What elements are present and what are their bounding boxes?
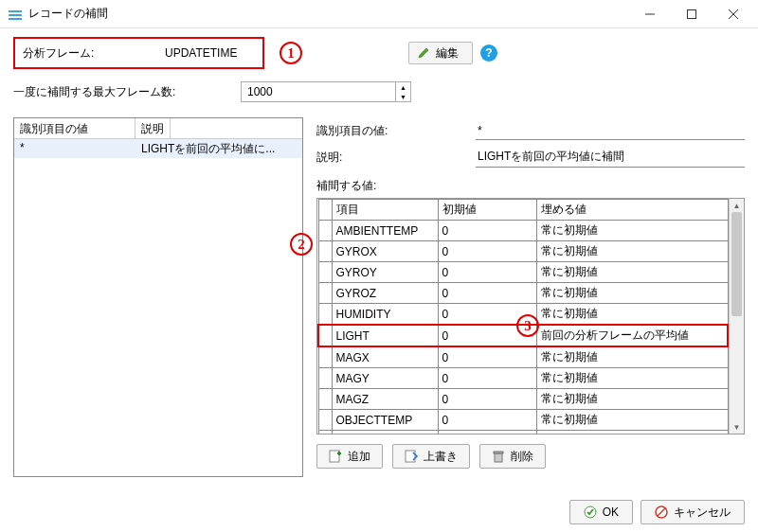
- grid-cell-item[interactable]: LIGHT: [332, 325, 438, 346]
- grid-cell-fill[interactable]: 常に初期値: [536, 262, 728, 283]
- spinner-down[interactable]: ▼: [396, 92, 410, 101]
- row-header[interactable]: [318, 262, 332, 283]
- analysis-frame-box: 分析フレーム: UPDATETIME: [13, 37, 264, 69]
- overwrite-button[interactable]: 上書き: [392, 444, 470, 469]
- spinner-up[interactable]: ▲: [396, 82, 410, 92]
- grid-cell-fill[interactable]: 常に初期値: [536, 346, 728, 368]
- max-frames-label: 一度に補間する最大フレーム数:: [13, 84, 241, 100]
- grid-cell-item[interactable]: GYROX: [332, 241, 438, 262]
- row-header[interactable]: [318, 283, 332, 304]
- cancel-button[interactable]: キャンセル: [641, 500, 745, 524]
- grid-cell-fill[interactable]: 常に初期値: [536, 304, 728, 326]
- rules-header-desc[interactable]: 説明: [135, 118, 171, 138]
- scroll-thumb[interactable]: [731, 212, 742, 316]
- grid-cell-item[interactable]: MAGZ: [332, 389, 438, 410]
- table-row[interactable]: OBJECTTEMP0常に初期値: [318, 410, 728, 431]
- grid-cell-init[interactable]: 0: [438, 346, 536, 368]
- grid-cell-init[interactable]: 0: [438, 262, 536, 283]
- rules-header-key[interactable]: 識別項目の値: [14, 118, 135, 138]
- grid-cell-fill[interactable]: 常に初期値: [536, 221, 728, 241]
- table-row[interactable]: MAGZ0常に初期値: [318, 389, 728, 410]
- row-header[interactable]: [318, 325, 332, 346]
- grid-cell-fill[interactable]: 常に初期値: [536, 283, 728, 304]
- grid-cell-item[interactable]: MAGX: [332, 346, 438, 368]
- grid-cell-item[interactable]: AMBIENTTEMP: [332, 221, 438, 241]
- table-row[interactable]: GYROY0常に初期値: [318, 262, 728, 283]
- rules-list[interactable]: 識別項目の値 説明 * LIGHTを前回の平均値に...: [13, 117, 303, 477]
- row-header[interactable]: [318, 368, 332, 389]
- table-row[interactable]: GYROX0常に初期値: [318, 241, 728, 262]
- grid-cell-fill[interactable]: 前回の分析フレームの平均値: [536, 325, 728, 346]
- grid-cell-item[interactable]: GYROZ: [332, 283, 438, 304]
- svg-rect-4: [688, 9, 696, 18]
- svg-rect-10: [494, 452, 503, 453]
- grid-cell-item[interactable]: OBJECTTEMP: [332, 410, 438, 431]
- minimize-button[interactable]: [629, 0, 671, 28]
- grid-cell-fill[interactable]: 常に初期値: [536, 241, 728, 262]
- edit-button[interactable]: 編集: [408, 42, 473, 64]
- add-button-label: 追加: [348, 449, 370, 465]
- grid-scrollbar[interactable]: ▲ ▼: [729, 199, 744, 434]
- add-button[interactable]: 追加: [316, 444, 383, 469]
- fill-values-label: 補間する値:: [316, 178, 745, 194]
- max-frames-input[interactable]: [242, 82, 395, 101]
- close-button[interactable]: [713, 0, 754, 28]
- id-field-value[interactable]: *: [476, 122, 745, 140]
- grid-cell-fill[interactable]: 常に初期値: [536, 431, 728, 434]
- grid-cell-init[interactable]: 0: [438, 389, 536, 410]
- row-header[interactable]: [318, 241, 332, 262]
- row-header[interactable]: [318, 431, 332, 434]
- table-row[interactable]: AMBIENTTEMP0常に初期値: [318, 221, 728, 241]
- grid-cell-item[interactable]: ALTITUDE: [332, 431, 438, 434]
- grid-cell-item[interactable]: MAGY: [332, 368, 438, 389]
- max-frames-spinner[interactable]: ▲ ▼: [241, 81, 411, 102]
- grid-cell-init[interactable]: 0: [438, 221, 536, 241]
- grid-cell-init[interactable]: 0: [438, 283, 536, 304]
- help-icon[interactable]: ?: [480, 44, 497, 62]
- check-icon: [584, 505, 597, 519]
- grid-cell-fill[interactable]: 常に初期値: [536, 410, 728, 431]
- window-title: レコードの補間: [28, 6, 629, 22]
- svg-rect-2: [9, 18, 22, 20]
- delete-button[interactable]: 削除: [479, 444, 546, 469]
- list-item-desc: LIGHTを前回の平均値に...: [135, 139, 280, 158]
- scroll-down-icon[interactable]: ▼: [730, 420, 744, 434]
- table-row[interactable]: GYROZ0常に初期値: [318, 283, 728, 304]
- row-header[interactable]: [318, 346, 332, 368]
- annotation-3: 3: [516, 314, 539, 337]
- row-header[interactable]: [318, 389, 332, 410]
- titlebar: レコードの補間: [0, 0, 758, 28]
- overwrite-button-label: 上書き: [424, 449, 458, 465]
- grid-header-init[interactable]: 初期値: [438, 200, 536, 221]
- desc-field-value[interactable]: LIGHTを前回の平均値に補間: [476, 147, 745, 168]
- grid-cell-fill[interactable]: 常に初期値: [536, 368, 728, 389]
- grid-cell-fill[interactable]: 常に初期値: [536, 389, 728, 410]
- svg-rect-9: [495, 453, 502, 462]
- grid-cell-init[interactable]: 0: [438, 431, 536, 434]
- grid-cell-init[interactable]: 0: [438, 410, 536, 431]
- analysis-frame-value[interactable]: UPDATETIME: [165, 46, 237, 60]
- row-header[interactable]: [318, 221, 332, 241]
- table-row[interactable]: MAGX0常に初期値: [318, 346, 728, 368]
- fill-values-grid[interactable]: 3 項目 初期値 埋める値 AMBIENTTEMP0常に初期値GYROX0常に初…: [316, 198, 745, 434]
- grid-header-fill[interactable]: 埋める値: [536, 200, 728, 221]
- app-icon: [8, 7, 23, 22]
- grid-header-item[interactable]: 項目: [332, 200, 438, 221]
- save-icon: [405, 450, 418, 463]
- row-header[interactable]: [318, 410, 332, 431]
- table-row[interactable]: ALTITUDE0常に初期値: [318, 431, 728, 434]
- row-header[interactable]: [318, 304, 332, 326]
- grid-cell-init[interactable]: 0: [438, 368, 536, 389]
- grid-cell-item[interactable]: HUMIDITY: [332, 304, 438, 326]
- ok-button-label: OK: [603, 505, 619, 519]
- scroll-up-icon[interactable]: ▲: [730, 199, 744, 212]
- grid-cell-init[interactable]: 0: [438, 241, 536, 262]
- maximize-button[interactable]: [671, 0, 713, 28]
- list-item-key: *: [14, 139, 135, 158]
- table-row[interactable]: MAGY0常に初期値: [318, 368, 728, 389]
- analysis-frame-label: 分析フレーム:: [23, 45, 165, 62]
- grid-cell-item[interactable]: GYROY: [332, 262, 438, 283]
- ok-button[interactable]: OK: [569, 500, 633, 524]
- list-item[interactable]: * LIGHTを前回の平均値に...: [14, 139, 302, 158]
- svg-rect-7: [330, 451, 339, 462]
